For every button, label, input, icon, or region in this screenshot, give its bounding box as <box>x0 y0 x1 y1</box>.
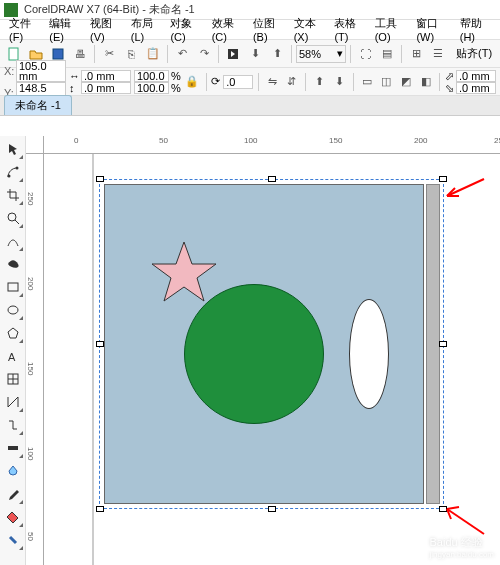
rectangle-tool[interactable] <box>2 276 24 298</box>
artistic-media-tool[interactable] <box>2 253 24 275</box>
menu-text[interactable]: 文本(X) <box>289 16 330 43</box>
show-rulers-button[interactable]: ▤ <box>377 44 397 64</box>
print-button[interactable]: 🖶 <box>70 44 90 64</box>
separator <box>350 45 351 63</box>
outline-tool[interactable] <box>2 529 24 551</box>
rotation-input[interactable]: .0 <box>223 75 253 89</box>
width-input[interactable]: .0 mm <box>81 70 131 82</box>
intersect-button[interactable]: ◧ <box>417 72 434 92</box>
lock-ratio-button[interactable]: 🔒 <box>184 72 201 92</box>
to-front-button[interactable]: ⬆ <box>311 72 328 92</box>
weld-button[interactable]: ◫ <box>378 72 395 92</box>
eyedropper-tool[interactable] <box>2 483 24 505</box>
menu-layout[interactable]: 布局(L) <box>126 16 166 43</box>
svg-rect-6 <box>8 283 18 291</box>
document-tab-label: 未命名 -1 <box>15 99 61 111</box>
zoom-value: 58% <box>299 48 321 60</box>
separator <box>439 73 440 91</box>
app-launcher-button[interactable]: ☰ <box>428 44 448 64</box>
mirror-v-button[interactable]: ⇵ <box>284 72 301 92</box>
ruler-tick: 50 <box>159 136 168 145</box>
trim-button[interactable]: ◩ <box>398 72 415 92</box>
zoom-combo[interactable]: 58%▾ <box>296 45 346 63</box>
rotation-icon: ⟳ <box>211 75 220 88</box>
ruler-vertical[interactable]: 250 200 150 100 50 <box>26 154 44 565</box>
ruler-origin[interactable] <box>26 136 44 154</box>
height-input[interactable]: .0 mm <box>81 82 131 94</box>
search-button[interactable] <box>223 44 243 64</box>
selection-handle-sw[interactable] <box>96 506 104 512</box>
transparency-tool[interactable] <box>2 460 24 482</box>
document-tab[interactable]: 未命名 -1 <box>4 95 72 115</box>
menu-window[interactable]: 窗口(W) <box>411 16 454 43</box>
table-tool[interactable] <box>2 368 24 390</box>
property-bar: X:105.0 mm Y:148.5 mm ↔.0 mm ↕.0 mm 100.… <box>0 68 500 96</box>
copy-button[interactable]: ⎘ <box>121 44 141 64</box>
scale-group: 100.0% 100.0% <box>134 70 181 94</box>
selection-handle-w[interactable] <box>96 341 104 347</box>
menu-table[interactable]: 表格(T) <box>329 16 369 43</box>
selection-handle-e[interactable] <box>439 341 447 347</box>
scale-y-input[interactable]: 100.0 <box>134 82 169 94</box>
snap-label[interactable]: 贴齐(T) <box>452 46 496 61</box>
menu-object[interactable]: 对象(C) <box>165 16 206 43</box>
svg-point-4 <box>15 167 18 170</box>
ruler-tick: 150 <box>329 136 342 145</box>
menu-bitmap[interactable]: 位图(B) <box>248 16 289 43</box>
shape-tool[interactable] <box>2 161 24 183</box>
undo-button[interactable]: ↶ <box>172 44 192 64</box>
ruler-horizontal[interactable]: 0 50 100 150 200 250 <box>44 136 500 154</box>
outline-width2-input[interactable]: .0 mm <box>456 82 496 94</box>
selection-marquee <box>99 179 444 509</box>
menu-effects[interactable]: 效果(C) <box>207 16 248 43</box>
menu-file[interactable]: 文件(F) <box>4 16 44 43</box>
svg-point-5 <box>8 213 16 221</box>
svg-rect-1 <box>53 49 63 59</box>
window-title: CorelDRAW X7 (64-Bit) - 未命名 -1 <box>24 2 195 17</box>
x-input[interactable]: 105.0 mm <box>16 60 66 82</box>
canvas[interactable] <box>44 154 500 565</box>
connector-tool[interactable] <box>2 414 24 436</box>
menu-bar: 文件(F) 编辑(E) 视图(V) 布局(L) 对象(C) 效果(C) 位图(B… <box>0 20 500 40</box>
outline-width-input[interactable]: .0 mm <box>456 70 496 82</box>
to-back-button[interactable]: ⬇ <box>331 72 348 92</box>
size-group: ↔.0 mm ↕.0 mm <box>69 70 131 94</box>
svg-rect-10 <box>8 446 18 450</box>
work-area: A 0 50 100 150 200 250 250 200 150 100 5… <box>0 136 500 565</box>
text-tool[interactable]: A <box>2 345 24 367</box>
cut-button[interactable]: ✂ <box>99 44 119 64</box>
fullscreen-button[interactable]: ⛶ <box>355 44 375 64</box>
crop-tool[interactable] <box>2 184 24 206</box>
document-tab-bar: 未命名 -1 <box>0 96 500 116</box>
pick-tool[interactable] <box>2 138 24 160</box>
options-button[interactable]: ⊞ <box>406 44 426 64</box>
export-button[interactable]: ⬆ <box>267 44 287 64</box>
scale-x-input[interactable]: 100.0 <box>134 70 169 82</box>
align-distribute-button[interactable]: ▭ <box>358 72 375 92</box>
separator <box>167 45 168 63</box>
zoom-tool[interactable] <box>2 207 24 229</box>
menu-view[interactable]: 视图(V) <box>85 16 126 43</box>
menu-edit[interactable]: 编辑(E) <box>44 16 85 43</box>
fill-tool[interactable] <box>2 506 24 528</box>
selection-handle-n[interactable] <box>268 176 276 182</box>
ruler-tick: 250 <box>494 136 500 145</box>
paste-button[interactable]: 📋 <box>143 44 163 64</box>
canvas-wrap: 0 50 100 150 200 250 250 200 150 100 50 <box>26 136 500 565</box>
annotation-arrow-bottom <box>439 499 489 539</box>
polygon-tool[interactable] <box>2 322 24 344</box>
selection-handle-nw[interactable] <box>96 176 104 182</box>
interactive-tool[interactable] <box>2 437 24 459</box>
menu-tools[interactable]: 工具(O) <box>370 16 412 43</box>
page-edge-left <box>92 154 94 565</box>
ellipse-tool[interactable] <box>2 299 24 321</box>
mirror-h-button[interactable]: ⇋ <box>264 72 281 92</box>
selection-handle-s[interactable] <box>268 506 276 512</box>
dimension-tool[interactable] <box>2 391 24 413</box>
ruler-tick: 50 <box>26 532 35 541</box>
ruler-tick: 100 <box>244 136 257 145</box>
menu-help[interactable]: 帮助(H) <box>455 16 496 43</box>
freehand-tool[interactable] <box>2 230 24 252</box>
redo-button[interactable]: ↷ <box>194 44 214 64</box>
import-button[interactable]: ⬇ <box>245 44 265 64</box>
